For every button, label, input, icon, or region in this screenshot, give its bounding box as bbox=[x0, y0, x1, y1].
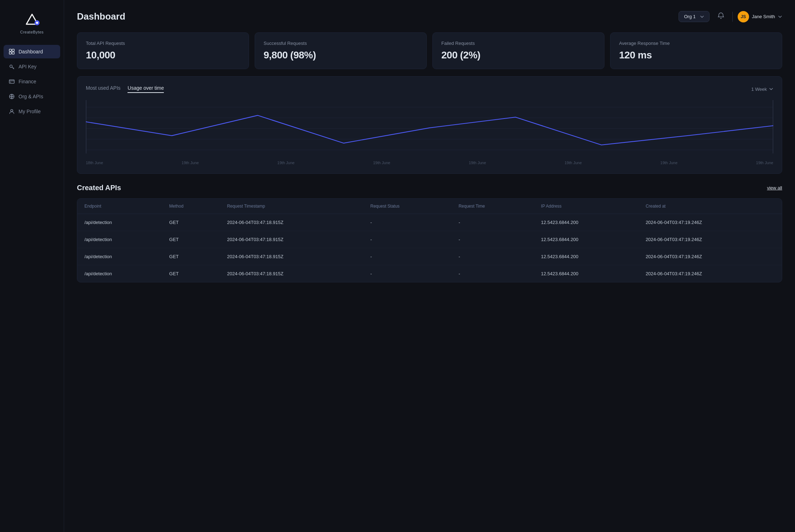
cell-row3-col3: - bbox=[363, 265, 452, 282]
finance-icon bbox=[9, 78, 15, 85]
time-chevron-icon bbox=[769, 87, 773, 91]
table-body: /api/detectionGET2024-06-04T03:47:18.915… bbox=[77, 214, 782, 282]
sidebar-myprofile-label: My Profile bbox=[19, 109, 41, 114]
table-row[interactable]: /api/detectionGET2024-06-04T03:47:18.915… bbox=[77, 265, 782, 282]
sidebar-item-org-apis[interactable]: Org & APIs bbox=[4, 90, 60, 103]
cell-row0-col3: - bbox=[363, 214, 452, 231]
profile-icon bbox=[9, 108, 15, 115]
cell-row2-col0: /api/detection bbox=[77, 248, 162, 265]
table-row[interactable]: /api/detectionGET2024-06-04T03:47:18.915… bbox=[77, 248, 782, 265]
svg-rect-8 bbox=[9, 80, 14, 83]
cell-row3-col4: - bbox=[451, 265, 534, 282]
stat-card-total: Total API Requests 10,000 bbox=[77, 32, 249, 69]
notification-bell-button[interactable] bbox=[715, 11, 727, 22]
org-selector[interactable]: Org 1 bbox=[679, 11, 710, 22]
table-card: Endpoint Method Request Timestamp Reques… bbox=[77, 198, 782, 282]
sidebar-item-dashboard[interactable]: Dashboard bbox=[4, 45, 60, 58]
chart-tab-usage-over-time[interactable]: Usage over time bbox=[128, 85, 164, 93]
cell-row2-col3: - bbox=[363, 248, 452, 265]
col-request-timestamp: Request Timestamp bbox=[220, 199, 363, 214]
sidebar: CreateBytes Dashboard bbox=[0, 0, 64, 532]
stat-label-failed: Failed Requests bbox=[441, 41, 596, 46]
table-header-row: Endpoint Method Request Timestamp Reques… bbox=[77, 199, 782, 214]
chart-label-5: 19th June bbox=[565, 161, 582, 165]
col-method: Method bbox=[162, 199, 220, 214]
user-chevron-icon bbox=[778, 15, 782, 19]
bell-icon bbox=[717, 12, 724, 19]
cell-row1-col4: - bbox=[451, 231, 534, 248]
cell-row2-col6: 2024-06-04T03:47:19.246Z bbox=[639, 248, 782, 265]
stat-value-failed: 200 (2%) bbox=[441, 49, 596, 61]
col-ip-address: IP Address bbox=[534, 199, 639, 214]
sidebar-item-finance[interactable]: Finance bbox=[4, 75, 60, 88]
stat-value-total: 10,000 bbox=[86, 49, 240, 61]
sidebar-apikey-label: API Key bbox=[19, 64, 37, 69]
cell-row0-col0: /api/detection bbox=[77, 214, 162, 231]
stat-card-successful: Successful Requests 9,800 (98%) bbox=[255, 32, 427, 69]
cell-row3-col6: 2024-06-04T03:47:19.246Z bbox=[639, 265, 782, 282]
sidebar-item-api-key[interactable]: API Key bbox=[4, 60, 60, 73]
stat-card-failed: Failed Requests 200 (2%) bbox=[432, 32, 604, 69]
user-menu-button[interactable]: JS Jane Smith bbox=[738, 11, 782, 22]
chart-svg bbox=[86, 100, 773, 157]
table-header: Endpoint Method Request Timestamp Reques… bbox=[77, 199, 782, 214]
chart-tab-most-used[interactable]: Most used APIs bbox=[86, 85, 120, 93]
chart-header: Most used APIs Usage over time 1 Week bbox=[86, 85, 773, 93]
dashboard-icon bbox=[9, 48, 15, 55]
cell-row0-col1: GET bbox=[162, 214, 220, 231]
logo-text: CreateBytes bbox=[20, 30, 43, 34]
time-selector[interactable]: 1 Week bbox=[751, 87, 773, 92]
svg-rect-6 bbox=[12, 52, 14, 54]
svg-rect-4 bbox=[12, 49, 14, 51]
page-title: Dashboard bbox=[77, 11, 125, 22]
svg-rect-5 bbox=[9, 52, 11, 54]
cell-row2-col1: GET bbox=[162, 248, 220, 265]
chart-label-7: 19th June bbox=[756, 161, 773, 165]
chart-label-2: 19th June bbox=[277, 161, 295, 165]
created-apis-title: Created APIs bbox=[77, 184, 121, 192]
stat-label-total: Total API Requests bbox=[86, 41, 240, 46]
cell-row1-col5: 12.5423.6844.200 bbox=[534, 231, 639, 248]
sidebar-orgapis-label: Org & APIs bbox=[19, 94, 43, 99]
cell-row2-col2: 2024-06-04T03:47:18.915Z bbox=[220, 248, 363, 265]
cell-row0-col5: 12.5423.6844.200 bbox=[534, 214, 639, 231]
col-endpoint: Endpoint bbox=[77, 199, 162, 214]
cell-row0-col4: - bbox=[451, 214, 534, 231]
chart-label-6: 19th June bbox=[660, 161, 677, 165]
svg-rect-9 bbox=[10, 82, 11, 83]
main-content: Dashboard Org 1 JS Jane Smith bbox=[64, 0, 795, 532]
stat-label-successful: Successful Requests bbox=[264, 41, 418, 46]
col-created-at: Created at bbox=[639, 199, 782, 214]
table-row[interactable]: /api/detectionGET2024-06-04T03:47:18.915… bbox=[77, 231, 782, 248]
stat-label-response-time: Average Response Time bbox=[619, 41, 773, 46]
stats-grid: Total API Requests 10,000 Successful Req… bbox=[77, 32, 782, 69]
sidebar-logo: CreateBytes bbox=[0, 7, 64, 45]
created-apis-header: Created APIs view all bbox=[77, 184, 782, 192]
view-all-link[interactable]: view all bbox=[767, 185, 782, 191]
chart-label-3: 19th June bbox=[373, 161, 390, 165]
sidebar-dashboard-label: Dashboard bbox=[19, 49, 43, 54]
cell-row0-col6: 2024-06-04T03:47:19.246Z bbox=[639, 214, 782, 231]
stat-card-response-time: Average Response Time 120 ms bbox=[610, 32, 782, 69]
avatar: JS bbox=[738, 11, 749, 22]
sidebar-nav: Dashboard API Key Finance bbox=[0, 45, 64, 118]
time-selector-label: 1 Week bbox=[751, 87, 767, 92]
sidebar-item-my-profile[interactable]: My Profile bbox=[4, 105, 60, 118]
chevron-down-icon bbox=[700, 15, 704, 19]
chart-tabs: Most used APIs Usage over time bbox=[86, 85, 164, 93]
cell-row2-col4: - bbox=[451, 248, 534, 265]
key-icon bbox=[9, 63, 15, 70]
logo-icon bbox=[24, 11, 41, 28]
cell-row0-col2: 2024-06-04T03:47:18.915Z bbox=[220, 214, 363, 231]
table-row[interactable]: /api/detectionGET2024-06-04T03:47:18.915… bbox=[77, 214, 782, 231]
cell-row3-col5: 12.5423.6844.200 bbox=[534, 265, 639, 282]
col-request-status: Request Status bbox=[363, 199, 452, 214]
page-header: Dashboard Org 1 JS Jane Smith bbox=[77, 11, 782, 22]
org-selector-label: Org 1 bbox=[684, 14, 696, 19]
chart-label-4: 19th June bbox=[469, 161, 486, 165]
col-request-time: Request Time bbox=[451, 199, 534, 214]
cell-row1-col3: - bbox=[363, 231, 452, 248]
header-separator bbox=[732, 12, 733, 22]
cell-row3-col1: GET bbox=[162, 265, 220, 282]
sidebar-finance-label: Finance bbox=[19, 79, 36, 84]
